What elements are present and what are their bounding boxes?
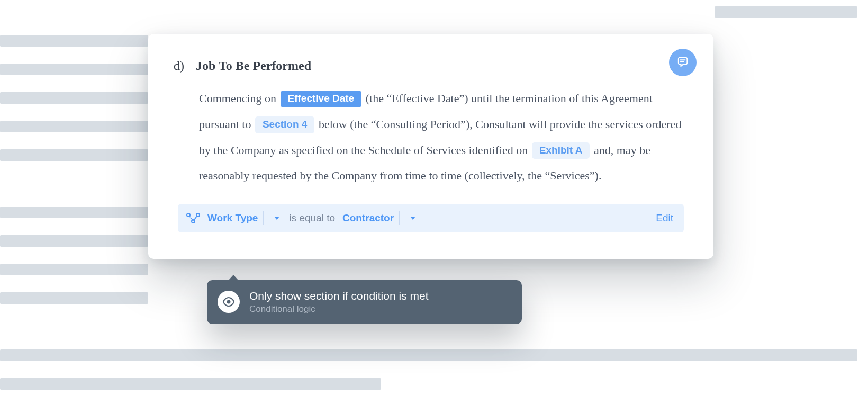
conditional-logic-bar: Work Type is equal to Contractor Edit bbox=[178, 204, 684, 232]
svg-rect-0 bbox=[679, 58, 688, 65]
section-title: Job To Be Performed bbox=[196, 59, 311, 72]
condition-field-select[interactable]: Work Type bbox=[207, 211, 282, 225]
logic-branch-icon bbox=[186, 213, 200, 223]
section-marker: d) bbox=[174, 59, 184, 72]
field-effective-date[interactable]: Effective Date bbox=[281, 91, 362, 107]
condition-value-label: Contractor bbox=[342, 212, 394, 224]
comment-button[interactable] bbox=[669, 49, 697, 76]
field-exhibit-a[interactable]: Exhibit A bbox=[532, 142, 590, 159]
field-section-4[interactable]: Section 4 bbox=[255, 116, 314, 133]
body-part: Commencing on bbox=[199, 92, 279, 105]
chevron-down-icon bbox=[274, 217, 279, 220]
conditional-logic-tooltip: Only show section if condition is met Co… bbox=[207, 280, 522, 324]
condition-field-label: Work Type bbox=[207, 212, 258, 224]
condition-operator: is equal to bbox=[289, 212, 335, 224]
condition-value-select[interactable]: Contractor bbox=[342, 211, 418, 225]
edit-condition-link[interactable]: Edit bbox=[656, 212, 673, 224]
section-heading: d) Job To Be Performed bbox=[178, 59, 684, 72]
clause-card: d) Job To Be Performed Commencing on Eff… bbox=[148, 34, 713, 259]
chevron-down-icon bbox=[410, 217, 415, 220]
divider bbox=[399, 211, 400, 225]
tooltip-subtitle: Conditional logic bbox=[249, 304, 428, 315]
comment-icon bbox=[677, 56, 689, 69]
clause-body: Commencing on Effective Date (the “Effec… bbox=[178, 86, 684, 189]
divider bbox=[263, 211, 264, 225]
svg-point-6 bbox=[227, 300, 231, 303]
tooltip-title: Only show section if condition is met bbox=[249, 289, 428, 303]
eye-icon bbox=[218, 291, 240, 313]
